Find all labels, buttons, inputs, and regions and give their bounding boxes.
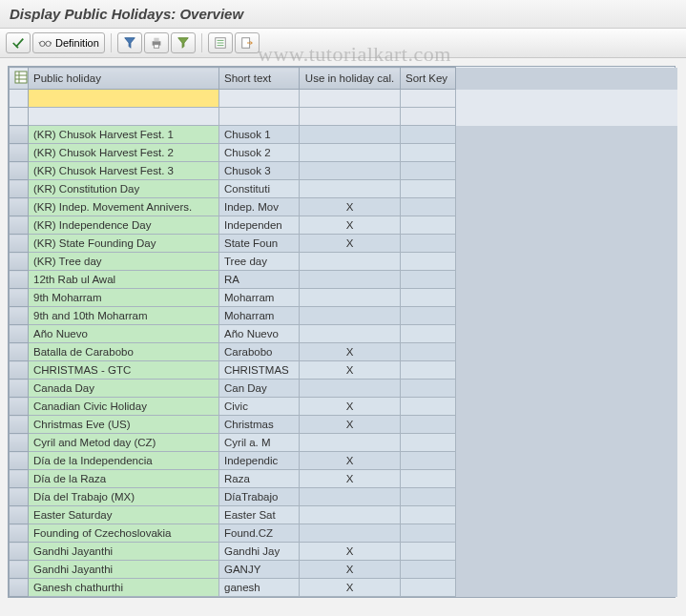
- cell-sortkey[interactable]: [401, 253, 456, 271]
- cell-sortkey[interactable]: [401, 162, 456, 180]
- cell-short[interactable]: Found.CZ: [219, 524, 300, 543]
- table-row[interactable]: Día del Trabajo (MX)DíaTrabajo: [10, 488, 677, 506]
- cell-short[interactable]: Indep. Mov: [219, 198, 300, 216]
- cell-name[interactable]: Canadian Civic Holiday: [29, 398, 219, 416]
- table-row[interactable]: Christmas Eve (US)ChristmasX: [10, 416, 677, 434]
- cell-use[interactable]: [300, 144, 401, 162]
- filter-button[interactable]: [117, 32, 142, 53]
- cell-use[interactable]: X: [300, 398, 401, 416]
- select-all-button[interactable]: [10, 68, 29, 90]
- row-selector[interactable]: [10, 416, 29, 434]
- table-row[interactable]: Easter SaturdayEaster Sat: [10, 506, 677, 524]
- cell-sortkey[interactable]: [401, 144, 456, 162]
- cell-use[interactable]: [300, 325, 401, 343]
- table-row[interactable]: CHRISTMAS - GTCCHRISTMASX: [10, 361, 677, 380]
- cell-use[interactable]: [300, 307, 401, 325]
- row-selector[interactable]: [10, 325, 29, 343]
- cell-short[interactable]: Easter Sat: [219, 506, 300, 524]
- cell-short[interactable]: Independic: [219, 452, 300, 470]
- row-selector[interactable]: [10, 470, 29, 488]
- cell-use[interactable]: [300, 162, 401, 180]
- table-row[interactable]: Canadian Civic HolidayCivicX: [10, 398, 677, 416]
- cell-use[interactable]: [300, 126, 401, 144]
- row-selector[interactable]: [10, 180, 29, 198]
- cell-sortkey[interactable]: [401, 126, 456, 144]
- row-selector[interactable]: [10, 198, 29, 216]
- cell-short[interactable]: Constituti: [219, 180, 300, 198]
- table-row[interactable]: Founding of CzechoslovakiaFound.CZ: [10, 524, 677, 543]
- row-selector[interactable]: [10, 108, 29, 126]
- row-selector[interactable]: [10, 543, 29, 561]
- cell-name[interactable]: (KR) Chusok Harvest Fest. 2: [29, 144, 219, 162]
- table-row[interactable]: Día de la IndependenciaIndependicX: [10, 452, 677, 470]
- check-button[interactable]: [6, 32, 31, 53]
- sort-button[interactable]: [171, 32, 196, 53]
- cell-name[interactable]: Día de la Raza: [29, 470, 219, 488]
- cell-short[interactable]: Carabobo: [219, 343, 300, 361]
- cell-sortkey[interactable]: [401, 325, 456, 343]
- cell-short[interactable]: GANJY: [219, 561, 300, 579]
- table-row[interactable]: (KR) Chusok Harvest Fest. 3Chusok 3: [10, 162, 677, 180]
- cell-name[interactable]: 12th Rab ul Awal: [29, 271, 219, 289]
- cell-short[interactable]: ganesh: [219, 579, 300, 597]
- table-row[interactable]: (KR) Tree dayTree day: [10, 253, 677, 271]
- cell-name[interactable]: Día del Trabajo (MX): [29, 488, 219, 506]
- cell-name[interactable]: Batalla de Carabobo: [29, 343, 219, 361]
- table-row[interactable]: 12th Rab ul AwalRA: [10, 271, 677, 289]
- cell-use[interactable]: X: [300, 361, 401, 380]
- cell-use[interactable]: X: [300, 198, 401, 216]
- cell-use[interactable]: [300, 488, 401, 506]
- cell-name[interactable]: Founding of Czechoslovakia: [29, 524, 219, 543]
- table-row[interactable]: Día de la RazaRazaX: [10, 470, 677, 488]
- table-row[interactable]: 9th and 10th MoharramMoharram: [10, 307, 677, 325]
- cell-sortkey[interactable]: [401, 235, 456, 253]
- cell-sortkey[interactable]: [401, 307, 456, 325]
- column-header-short[interactable]: Short text: [219, 68, 300, 90]
- cell-name[interactable]: Año Nuevo: [29, 325, 219, 343]
- row-selector[interactable]: [10, 524, 29, 543]
- cell-name[interactable]: (KR) Chusok Harvest Fest. 3: [29, 162, 219, 180]
- row-selector[interactable]: [10, 90, 29, 108]
- row-selector[interactable]: [10, 398, 29, 416]
- cell-sortkey[interactable]: [401, 271, 456, 289]
- definition-button[interactable]: Definition: [32, 32, 105, 53]
- cell-name[interactable]: (KR) Constitution Day: [29, 180, 219, 198]
- row-selector[interactable]: [10, 307, 29, 325]
- cell-sortkey[interactable]: [401, 470, 456, 488]
- cell-short[interactable]: Chusok 1: [219, 126, 300, 144]
- row-selector[interactable]: [10, 144, 29, 162]
- cell-short[interactable]: Raza: [219, 470, 300, 488]
- column-header-name[interactable]: Public holiday: [29, 68, 219, 90]
- cell-use[interactable]: [300, 380, 401, 398]
- row-selector[interactable]: [10, 380, 29, 398]
- cell-short[interactable]: Cyril a. M: [219, 434, 300, 452]
- row-selector[interactable]: [10, 488, 29, 506]
- cell-short[interactable]: Chusok 3: [219, 162, 300, 180]
- cell-sortkey[interactable]: [401, 380, 456, 398]
- row-selector[interactable]: [10, 579, 29, 597]
- details-button[interactable]: [208, 32, 233, 53]
- row-selector[interactable]: [10, 253, 29, 271]
- filter-name[interactable]: [29, 90, 219, 108]
- cell-short[interactable]: Can Day: [219, 380, 300, 398]
- row-selector[interactable]: [10, 452, 29, 470]
- cell-name[interactable]: Día de la Independencia: [29, 452, 219, 470]
- column-header-sortkey[interactable]: Sort Key: [401, 68, 456, 90]
- row-selector[interactable]: [10, 216, 29, 235]
- row-selector[interactable]: [10, 506, 29, 524]
- cell-sortkey[interactable]: [401, 216, 456, 235]
- filter-short[interactable]: [219, 90, 300, 108]
- cell-short[interactable]: Moharram: [219, 289, 300, 307]
- export-button[interactable]: [235, 32, 260, 53]
- cell-sortkey[interactable]: [401, 543, 456, 561]
- cell-use[interactable]: [300, 253, 401, 271]
- cell-name[interactable]: Canada Day: [29, 380, 219, 398]
- cell-use[interactable]: X: [300, 235, 401, 253]
- cell-sortkey[interactable]: [401, 561, 456, 579]
- row-selector[interactable]: [10, 434, 29, 452]
- cell-name[interactable]: Gandhi Jayanthi: [29, 543, 219, 561]
- cell-name[interactable]: 9th and 10th Moharram: [29, 307, 219, 325]
- cell-name[interactable]: Cyril and Metod day (CZ): [29, 434, 219, 452]
- cell-short[interactable]: Christmas: [219, 416, 300, 434]
- table-row[interactable]: (KR) Constitution DayConstituti: [10, 180, 677, 198]
